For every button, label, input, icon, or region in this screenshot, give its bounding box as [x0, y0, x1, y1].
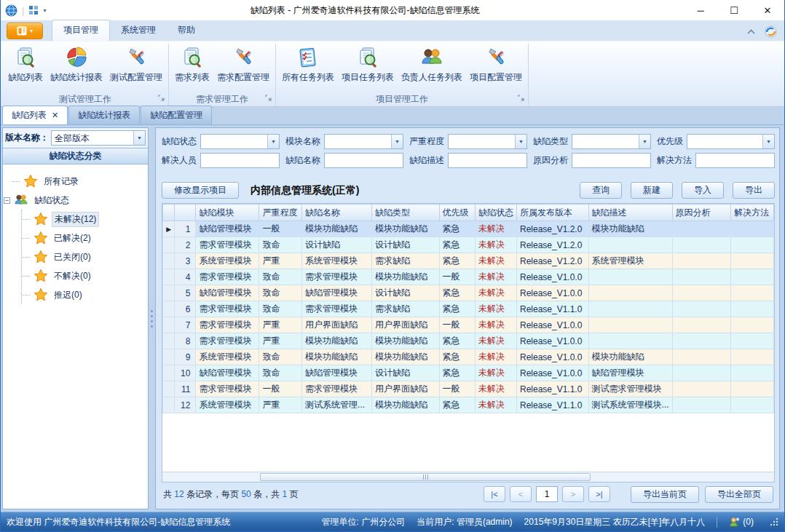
- grid-cell[interactable]: 设计缺陷: [302, 237, 372, 253]
- cause-analysis-filter-input[interactable]: [572, 154, 650, 167]
- help-icon[interactable]: [765, 25, 777, 38]
- tree-item-resolved[interactable]: 已解决(2): [22, 229, 146, 247]
- grid-cell[interactable]: 需求缺陷: [372, 301, 440, 317]
- horizontal-scrollbar[interactable]: [162, 472, 774, 482]
- customize-toolbar-icon[interactable]: [28, 5, 39, 15]
- chevron-down-icon[interactable]: ▼: [639, 135, 650, 148]
- grid-cell[interactable]: [672, 397, 731, 413]
- defect-type-filter-input[interactable]: [572, 135, 639, 148]
- scrollbar-thumb[interactable]: [260, 473, 591, 481]
- table-row[interactable]: 3系统管理模块严重系统管理模块需求缺陷紧急未解决Release_V1.2.0系统…: [163, 253, 774, 269]
- solution-filter-input[interactable]: [696, 154, 774, 167]
- grid-cell[interactable]: 未解决: [475, 365, 516, 381]
- grid-cell[interactable]: 致命: [259, 285, 302, 301]
- table-row[interactable]: 4需求管理模块致命需求管理模块模块功能缺陷一般未解决Release_V1.0.0: [163, 269, 774, 285]
- resolver-filter[interactable]: [200, 153, 280, 168]
- tree-item-defect-status[interactable]: −缺陷状态: [7, 191, 146, 210]
- grid-cell[interactable]: 需求缺陷: [372, 253, 440, 269]
- grid-cell[interactable]: 严重: [259, 317, 302, 333]
- grid-cell[interactable]: Release_V1.2.0: [516, 237, 588, 253]
- project-tasks-list-button[interactable]: 项目任务列表: [338, 44, 398, 85]
- grid-cell[interactable]: 测试系统管理...: [302, 397, 372, 413]
- tab-help[interactable]: 帮助: [167, 20, 206, 41]
- table-row[interactable]: 9系统管理模块致命模块功能缺陷模块功能缺陷紧急未解决Release_V1.0.0…: [163, 349, 774, 365]
- priority-filter[interactable]: ▼: [687, 134, 775, 149]
- owner-tasks-list-button[interactable]: 负责人任务列表: [398, 44, 466, 85]
- grid-cell[interactable]: 系统管理模块: [588, 253, 672, 269]
- grid-cell[interactable]: 模块功能缺陷: [302, 333, 372, 349]
- grid-cell[interactable]: 未解决: [475, 301, 516, 317]
- severity-filter[interactable]: ▼: [448, 134, 527, 149]
- grid-cell[interactable]: 需求管理模块: [196, 333, 259, 349]
- grid-cell[interactable]: [672, 365, 731, 381]
- grid-cell[interactable]: 一般: [439, 317, 475, 333]
- grid-column-header[interactable]: 所属发布版本: [516, 205, 588, 221]
- close-button[interactable]: ✕: [751, 0, 784, 20]
- next-page-button[interactable]: >: [562, 486, 584, 502]
- grid-cell[interactable]: 未解决: [475, 317, 516, 333]
- grid-cell[interactable]: [672, 237, 731, 253]
- chevron-down-icon[interactable]: ▼: [391, 135, 403, 148]
- table-row[interactable]: 6需求管理模块致命需求管理模块需求缺陷紧急未解决Release_V1.1.0: [163, 301, 774, 317]
- grid-cell[interactable]: 缺陷管理模块: [302, 365, 372, 381]
- grid-column-header[interactable]: 优先级: [439, 205, 475, 221]
- grid-cell[interactable]: 模块功能缺陷: [372, 221, 440, 237]
- dialog-launcher-icon[interactable]: [518, 93, 524, 103]
- test-config-mgmt-button[interactable]: 测试配置管理: [106, 44, 166, 85]
- grid-cell[interactable]: 用户界面缺陷: [372, 317, 440, 333]
- tree-item-wont-fix[interactable]: 不解决(0): [22, 266, 146, 285]
- grid-cell[interactable]: 紧急: [439, 397, 475, 413]
- grid-cell[interactable]: 致命: [259, 301, 302, 317]
- grid-cell[interactable]: 设计缺陷: [372, 237, 440, 253]
- grid-cell[interactable]: Release_V1.0.0: [516, 349, 588, 365]
- grid-cell[interactable]: Release_V1.0.0: [516, 269, 588, 285]
- grid-cell[interactable]: [731, 269, 774, 285]
- grid-cell[interactable]: 紧急: [439, 237, 475, 253]
- tab-project-management[interactable]: 项目管理: [52, 20, 110, 41]
- grid-cell[interactable]: 需求管理模块: [302, 381, 372, 397]
- grid-cell[interactable]: [588, 317, 672, 333]
- grid-cell[interactable]: 未解决: [475, 285, 516, 301]
- cause-analysis-filter[interactable]: [572, 153, 651, 168]
- grid-cell[interactable]: 系统管理模块: [302, 253, 372, 269]
- message-indicator[interactable]: (0): [729, 517, 754, 528]
- grid-cell[interactable]: [672, 317, 731, 333]
- table-row[interactable]: 7需求管理模块严重用户界面缺陷用户界面缺陷一般未解决Release_V1.0.0: [163, 317, 774, 333]
- resize-grip[interactable]: [770, 517, 778, 526]
- grid-cell[interactable]: [672, 381, 731, 397]
- grid-cell[interactable]: 模块功能缺陷: [372, 333, 440, 349]
- grid-cell[interactable]: 致命: [259, 365, 302, 381]
- table-row[interactable]: 12系统管理模块严重测试系统管理...模块功能缺陷紧急未解决Release_V1…: [163, 397, 774, 413]
- table-row[interactable]: 8需求管理模块严重模块功能缺陷模块功能缺陷紧急未解决Release_V1.0.0: [163, 333, 774, 349]
- grid-cell[interactable]: [672, 253, 731, 269]
- table-row[interactable]: ▶1缺陷管理模块一般模块功能缺陷模块功能缺陷紧急未解决Release_V1.2.…: [163, 221, 774, 237]
- grid-cell[interactable]: 致命: [259, 237, 302, 253]
- grid-cell[interactable]: 模块功能缺陷: [372, 397, 440, 413]
- export-current-page-button[interactable]: 导出当前页: [631, 486, 699, 503]
- grid-column-header[interactable]: 严重程度: [259, 205, 302, 221]
- grid-cell[interactable]: 系统管理模块: [196, 349, 259, 365]
- export-button[interactable]: 导出: [733, 182, 775, 199]
- grid-column-header[interactable]: 缺陷类型: [372, 205, 440, 221]
- grid-cell[interactable]: [588, 285, 672, 301]
- grid-cell[interactable]: [731, 317, 774, 333]
- grid-column-header[interactable]: 原因分析: [672, 205, 731, 221]
- grid-cell[interactable]: 未解决: [475, 397, 516, 413]
- grid-column-header[interactable]: 缺陷名称: [302, 205, 372, 221]
- chevron-down-icon[interactable]: ▼: [515, 135, 526, 148]
- grid-cell[interactable]: [588, 333, 672, 349]
- requirement-list-button[interactable]: 需求列表: [171, 44, 213, 85]
- grid-cell[interactable]: 未解决: [475, 253, 516, 269]
- grid-cell[interactable]: 紧急: [439, 221, 475, 237]
- new-button[interactable]: 新建: [631, 182, 673, 199]
- grid-cell[interactable]: 缺陷管理模块: [588, 365, 672, 381]
- defect-status-filter-input[interactable]: [201, 135, 267, 148]
- grid-cell[interactable]: 紧急: [439, 365, 475, 381]
- priority-filter-input[interactable]: [687, 135, 762, 148]
- tree-item-all-records[interactable]: 所有记录: [7, 172, 146, 191]
- grid-cell[interactable]: 严重: [259, 397, 302, 413]
- collapse-ribbon-icon[interactable]: [746, 28, 756, 35]
- table-row[interactable]: 10缺陷管理模块致命缺陷管理模块设计缺陷紧急未解决Release_V1.0.0缺…: [163, 365, 774, 381]
- grid-cell[interactable]: Release_V1.1.0: [516, 301, 588, 317]
- grid-cell[interactable]: [731, 381, 774, 397]
